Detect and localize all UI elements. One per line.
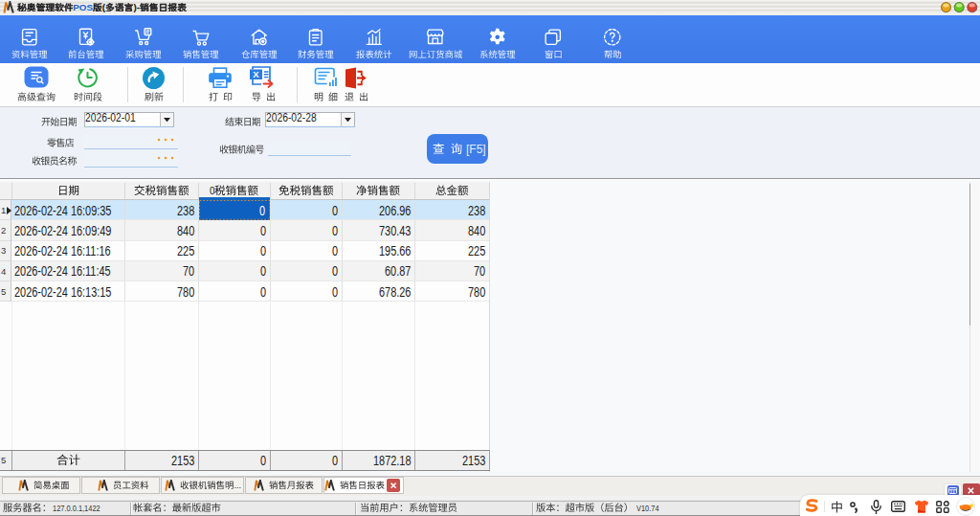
- svg-text:X: X: [253, 69, 259, 79]
